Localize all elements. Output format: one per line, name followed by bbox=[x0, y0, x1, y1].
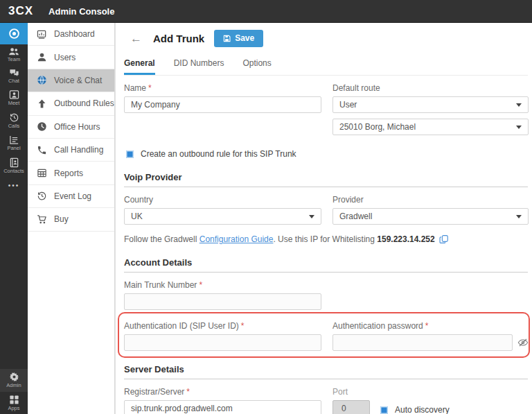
rail-item-contacts[interactable]: Contacts bbox=[0, 155, 28, 178]
default-route-select[interactable]: User bbox=[332, 96, 529, 113]
outbound-rule-label: Create an outbound rule for this SIP Tru… bbox=[141, 149, 296, 159]
required-asterisk: * bbox=[241, 321, 245, 331]
rail-label: Apps bbox=[8, 406, 19, 411]
rail-label: Panel bbox=[7, 146, 20, 151]
sidebar-item-label: Call Handling bbox=[54, 145, 103, 155]
history-icon bbox=[37, 191, 47, 201]
rail-item-team[interactable]: Team bbox=[0, 44, 28, 66]
sidebar-item-label: Users bbox=[54, 53, 76, 62]
rail-item-admin[interactable]: Admin bbox=[0, 369, 28, 392]
rail-label: Meet bbox=[8, 101, 20, 106]
sidebar-item-event-log[interactable]: Event Log bbox=[28, 185, 114, 208]
required-asterisk: * bbox=[199, 280, 202, 290]
outbound-rule-checkbox[interactable] bbox=[126, 150, 134, 158]
sidebar-item-label: Buy bbox=[54, 214, 69, 224]
country-value: UK bbox=[131, 212, 143, 221]
panel-icon bbox=[9, 135, 19, 145]
3cx-logo: 3CX bbox=[8, 4, 33, 18]
chevron-down-icon bbox=[516, 126, 522, 129]
route-target-select[interactable]: 25010 Borg, Michael bbox=[332, 119, 529, 135]
outbound-rule-row: Create an outbound rule for this SIP Tru… bbox=[126, 149, 528, 159]
sidebar-item-dashboard[interactable]: Dashboard bbox=[28, 23, 114, 46]
phone-icon bbox=[37, 145, 47, 155]
auto-discovery-checkbox[interactable] bbox=[380, 406, 388, 414]
rail-item-chat[interactable]: Chat bbox=[0, 66, 28, 87]
default-route-label: Default route bbox=[332, 83, 529, 93]
user-icon bbox=[37, 52, 47, 62]
tab-bar: General DID Numbers Options bbox=[124, 58, 528, 76]
page-title: Add Trunk bbox=[153, 33, 204, 44]
apps-grid-icon bbox=[9, 395, 19, 405]
sidebar-item-label: Voice & Chat bbox=[54, 76, 102, 85]
sidebar-item-label: Outbound Rules bbox=[54, 98, 114, 108]
rail-item-home[interactable] bbox=[0, 23, 28, 44]
auto-discovery-label: Auto discovery bbox=[395, 405, 450, 414]
sidebar-item-label: Dashboard bbox=[54, 29, 95, 39]
save-button[interactable]: Save bbox=[214, 30, 263, 47]
rail-label: Contacts bbox=[3, 169, 24, 174]
port-input[interactable] bbox=[332, 400, 370, 414]
page-header: ← Add Trunk Save bbox=[124, 29, 528, 48]
table-icon bbox=[37, 168, 47, 178]
auth-id-label: Authentication ID (SIP User ID)* bbox=[124, 321, 321, 331]
main-trunk-input[interactable] bbox=[124, 293, 321, 310]
sidebar-item-label: Event Log bbox=[54, 191, 91, 201]
auth-id-input[interactable] bbox=[124, 334, 321, 351]
sidebar-item-buy[interactable]: Buy bbox=[28, 208, 114, 231]
tab-general[interactable]: General bbox=[124, 58, 155, 75]
cart-icon bbox=[37, 214, 47, 225]
country-label: Country bbox=[124, 195, 321, 205]
save-disk-icon bbox=[223, 35, 231, 42]
required-asterisk: * bbox=[425, 321, 429, 331]
chat-icon bbox=[9, 69, 19, 78]
configuration-guide-link[interactable]: Configuration Guide bbox=[200, 234, 274, 244]
country-select[interactable]: UK bbox=[124, 208, 321, 225]
form-row-name-route: Name* Default route User 25010 Borg, Mic… bbox=[124, 76, 528, 135]
rail-item-calls[interactable]: Calls bbox=[0, 110, 28, 132]
rail-label: Team bbox=[8, 57, 20, 62]
sidebar-item-voice-chat[interactable]: Voice & Chat bbox=[28, 69, 114, 92]
tab-did-numbers[interactable]: DID Numbers bbox=[174, 58, 224, 75]
rail-item-apps[interactable]: Apps bbox=[0, 392, 28, 414]
top-bar: 3CX Admin Console bbox=[0, 0, 532, 23]
sidebar-item-office-hours[interactable]: Office Hours bbox=[28, 116, 114, 139]
chevron-down-icon bbox=[516, 215, 522, 218]
back-arrow-icon[interactable]: ← bbox=[130, 32, 142, 46]
sidebar-item-outbound-rules[interactable]: Outbound Rules bbox=[28, 92, 114, 115]
more-icon[interactable]: ••• bbox=[0, 177, 28, 195]
arrow-up-icon bbox=[37, 98, 47, 109]
rail-item-meet[interactable]: Meet bbox=[0, 87, 28, 110]
auth-row: Authentication ID (SIP User ID)* Authent… bbox=[124, 317, 528, 351]
rail-label: Chat bbox=[8, 78, 19, 84]
sidebar-item-call-handling[interactable]: Call Handling bbox=[28, 139, 114, 162]
tab-options[interactable]: Options bbox=[242, 58, 271, 75]
save-button-label: Save bbox=[235, 33, 254, 43]
main-content: ← Add Trunk Save General DID Numbers Opt… bbox=[115, 23, 532, 414]
auth-password-input[interactable] bbox=[332, 334, 513, 351]
guide-text: . Use this IP for Whitelisting bbox=[273, 234, 377, 244]
provider-select[interactable]: Gradwell bbox=[332, 208, 529, 225]
icon-rail: Team Chat Meet Calls Panel bbox=[0, 23, 28, 414]
team-icon bbox=[8, 47, 19, 56]
call-history-icon bbox=[9, 112, 19, 123]
sidebar-item-reports[interactable]: Reports bbox=[28, 162, 114, 184]
route-target-value: 25010 Borg, Michael bbox=[339, 122, 416, 132]
rail-item-panel[interactable]: Panel bbox=[0, 132, 28, 155]
auth-password-label: Authentication password* bbox=[332, 321, 529, 331]
registrar-input[interactable] bbox=[124, 400, 321, 414]
rail-spacer bbox=[0, 195, 28, 369]
gear-icon bbox=[9, 372, 19, 382]
sidebar-item-label: Office Hours bbox=[54, 122, 100, 132]
app-title: Admin Console bbox=[48, 6, 114, 17]
chevron-down-icon bbox=[516, 103, 522, 107]
name-input[interactable] bbox=[124, 96, 321, 113]
whitelist-ip: 159.223.14.252 bbox=[377, 234, 434, 244]
form-row-country-provider: Country UK Provider Gradwell bbox=[124, 187, 528, 225]
eye-slash-icon[interactable] bbox=[517, 337, 529, 348]
port-label: Port bbox=[332, 387, 370, 397]
main-trunk-label: Main Trunk Number* bbox=[124, 280, 321, 290]
copy-icon[interactable] bbox=[439, 234, 449, 244]
meet-icon bbox=[9, 89, 19, 100]
3cx-emblem-icon bbox=[8, 28, 20, 40]
sidebar-item-users[interactable]: Users bbox=[28, 46, 114, 69]
